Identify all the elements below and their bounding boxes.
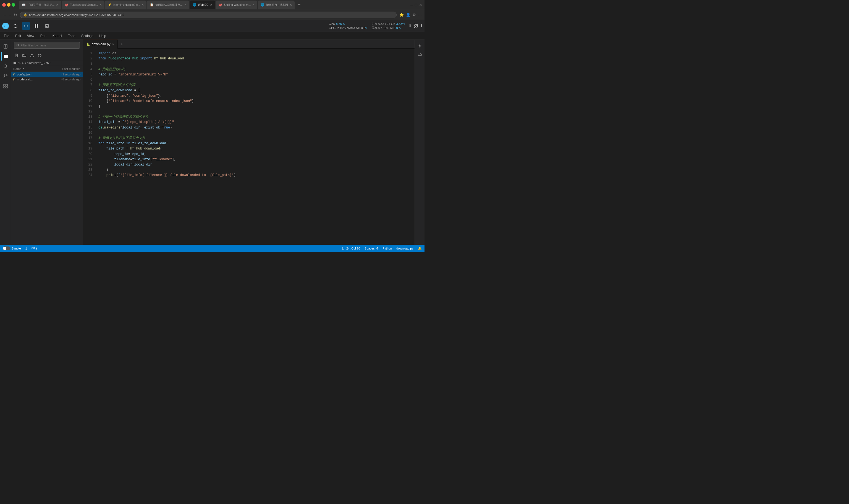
browser-tab-6[interactable]: 🐙 Smiling-Weeping-zh... ✕ (216, 1, 257, 10)
profile-icon[interactable]: 👤 (406, 13, 410, 17)
activity-explorer[interactable] (1, 52, 10, 61)
window-controls (2, 3, 17, 7)
tab-label-4: 第四期实战营作业及... (155, 3, 182, 7)
url-text: https://studio.intern-ai.org.cn/console/… (29, 13, 124, 17)
file-row-model[interactable]: {} model.saf... 48 seconds ago (11, 77, 83, 82)
file-name-config: config.json (17, 73, 47, 76)
address-bar[interactable]: 🔒 https://studio.intern-ai.org.cn/consol… (20, 12, 397, 18)
tab-close-2[interactable]: ✕ (100, 3, 102, 6)
activity-git[interactable] (1, 72, 10, 81)
refresh-icon-btn[interactable] (12, 22, 19, 30)
new-folder-btn[interactable] (21, 52, 28, 59)
activity-extensions[interactable] (1, 82, 10, 91)
keyboard-icon (32, 247, 35, 250)
tab-close-6[interactable]: ✕ (252, 3, 255, 6)
extensions-icon[interactable]: ⚙ (413, 13, 416, 17)
status-language[interactable]: Python (382, 247, 392, 250)
status-spaces[interactable]: Spaces: 4 (364, 247, 378, 250)
memory-label: 内存 0.85 / 24 GB 3.53% (372, 22, 405, 26)
add-editor-tab-button[interactable]: + (118, 40, 125, 49)
cpu-label: CPU 8.85% (329, 22, 368, 26)
browser-tab-3[interactable]: ⚡ internlm/internlm2-c... ✕ (105, 1, 146, 10)
menu-file[interactable]: File (1, 33, 12, 38)
toggle-thumb (3, 247, 6, 250)
terminal-icon-btn[interactable] (43, 22, 51, 30)
activity-files[interactable] (1, 42, 10, 51)
browser-tab-7[interactable]: 🌐 博客后台 - 博客园 ✕ (258, 1, 295, 10)
file-icon-model: {} (13, 78, 15, 81)
image-icon[interactable]: 🖼 (414, 23, 418, 29)
browser-tab-4[interactable]: 📋 第四期实战营作业及... ✕ (147, 1, 189, 10)
tab-close-3[interactable]: ✕ (142, 3, 144, 6)
menu-run[interactable]: Run (38, 33, 49, 38)
upload-btn[interactable] (29, 52, 35, 59)
ide-logo: i (2, 23, 9, 29)
vscode-icon-btn[interactable] (33, 22, 40, 30)
svg-rect-2 (35, 24, 36, 26)
bell-icon[interactable]: 🔔 (418, 247, 422, 250)
col-name-header[interactable]: Name (13, 67, 47, 70)
status-ln[interactable]: 1 (25, 247, 27, 250)
status-ln-col[interactable]: Ln 24, Col 70 (342, 247, 360, 250)
status-col[interactable]: 5 (32, 247, 37, 250)
sidebar-toolbar (11, 51, 83, 60)
window-max-btn[interactable] (12, 3, 15, 7)
editor-tab-download[interactable]: 🐍 download.py ✕ (83, 40, 118, 49)
more-icon[interactable]: ⋯ (418, 13, 422, 17)
editor-tab-close[interactable]: ✕ (112, 43, 114, 46)
settings-right-icon[interactable] (416, 42, 424, 50)
new-tab-button[interactable]: + (295, 1, 303, 9)
refresh-btn[interactable] (36, 52, 43, 59)
svg-rect-14 (4, 87, 5, 88)
upload-icon[interactable]: ⬆ (408, 23, 412, 29)
close-button[interactable]: ✕ (419, 3, 422, 7)
cpu-metric: CPU 8.85% GPU-1: 10% Nvidia A100 0% (329, 22, 368, 30)
gear-right-icon[interactable] (416, 51, 424, 58)
minimize-button[interactable]: ─ (411, 3, 413, 7)
info-icon[interactable]: ℹ (421, 23, 422, 29)
forward-button[interactable]: → (8, 13, 12, 17)
menu-view[interactable]: View (24, 33, 37, 38)
tab-favicon-6: 🐙 (218, 3, 222, 7)
editor-tab-label: download.py (92, 42, 110, 46)
code-icon-btn[interactable] (22, 22, 30, 30)
tab-favicon-4: 📋 (150, 3, 153, 7)
menu-bar: File Edit View Run Kernel Tabs Settings … (0, 32, 424, 40)
col-date-header: Last Modified (47, 67, 80, 70)
tab-close-5[interactable]: ✕ (210, 3, 212, 6)
maximize-button[interactable]: □ (415, 3, 417, 7)
menu-kernel[interactable]: Kernel (50, 33, 65, 38)
memory-metric: 内存 0.85 / 24 GB 3.53% 显存 0 / 8182 MiB 0% (372, 22, 405, 30)
code-editor[interactable]: import os from huggingface_hub import hf… (95, 49, 415, 245)
menu-tabs[interactable]: Tabs (66, 33, 78, 38)
search-box[interactable] (14, 42, 80, 49)
menu-help[interactable]: Help (96, 33, 109, 38)
svg-rect-15 (6, 87, 7, 88)
nav-buttons: ← → ↻ (3, 13, 17, 17)
folder-icon (13, 61, 17, 65)
reload-button[interactable]: ↻ (14, 13, 17, 17)
window-min-btn[interactable] (7, 3, 11, 7)
tab-label-2: Tutorial/docs/L0/mac... (70, 3, 98, 6)
menu-settings[interactable]: Settings (78, 33, 96, 38)
editor-tab-icon: 🐍 (86, 42, 90, 46)
search-input[interactable] (21, 44, 77, 47)
window-close-btn[interactable] (2, 3, 6, 7)
simple-toggle[interactable]: Simple (3, 247, 21, 250)
browser-tab-5[interactable]: 🌐 WebIDE ✕ (190, 1, 215, 10)
bookmark-icon[interactable]: ⭐ (399, 13, 404, 17)
tab-favicon-5: 🌐 (193, 3, 197, 7)
activity-bar (0, 40, 11, 245)
menu-edit[interactable]: Edit (13, 33, 24, 38)
tab-close-1[interactable]: ✕ (56, 3, 58, 6)
activity-search[interactable] (1, 62, 10, 71)
tab-close-4[interactable]: ✕ (184, 3, 186, 6)
browser-tab-1[interactable]: 📖 「闯关手册」第四期... ✕ (19, 1, 61, 10)
tab-close-7[interactable]: ✕ (290, 3, 292, 6)
status-filename[interactable]: download.py (396, 247, 413, 250)
back-button[interactable]: ← (3, 13, 7, 17)
file-row-config[interactable]: {} config.json 49 seconds ago (11, 72, 83, 77)
new-file-btn[interactable] (13, 52, 20, 59)
simple-label: Simple (12, 247, 21, 250)
browser-tab-2[interactable]: 🐙 Tutorial/docs/L0/mac... ✕ (61, 1, 105, 10)
